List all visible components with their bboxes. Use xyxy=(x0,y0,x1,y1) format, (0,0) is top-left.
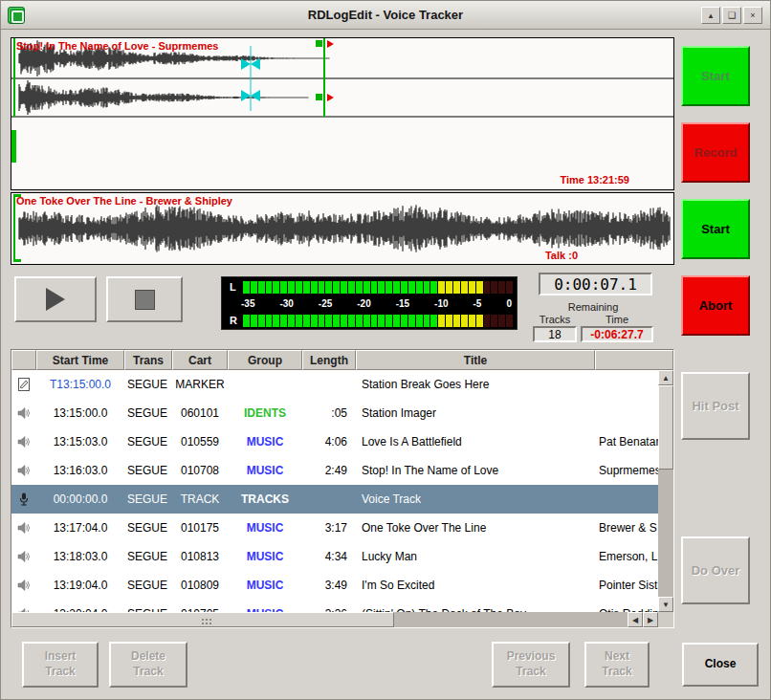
speaker-icon xyxy=(11,405,36,421)
column-header-group[interactable]: Group xyxy=(228,350,302,370)
log-row[interactable]: 13:18:03.0SEGUE010813MUSIC4:34Lucky ManE… xyxy=(11,542,658,571)
log-row[interactable]: 13:15:03.0SEGUE010559MUSIC4:06Love Is A … xyxy=(11,427,658,456)
meter-segment xyxy=(280,281,287,294)
close-button[interactable]: Close xyxy=(682,643,759,687)
meter-segment xyxy=(401,281,408,294)
cell-length: 4:34 xyxy=(302,550,356,563)
maximize-window-icon[interactable]: ❑ xyxy=(722,7,741,24)
end-marker-handle[interactable] xyxy=(316,94,322,100)
scroll-right-icon[interactable]: ▶ xyxy=(643,612,658,627)
meter-segment xyxy=(266,281,273,294)
cell-trans: SEGUE xyxy=(124,378,172,391)
log-row[interactable]: 13:15:00.0SEGUE060101IDENTS:05Station Im… xyxy=(11,399,658,427)
fade-marker-icon[interactable] xyxy=(327,40,334,48)
log-row[interactable]: 13:20:04.0SEGUE010705MUSIC3:36(Sittin' O… xyxy=(11,600,658,612)
scroll-up-icon[interactable]: ▲ xyxy=(658,370,673,385)
column-header-cart[interactable]: Cart xyxy=(172,350,228,370)
insert-track-button[interactable]: Insert Track xyxy=(22,642,99,688)
column-header-trans[interactable]: Trans xyxy=(124,350,172,370)
meter-scale-label: -10 xyxy=(434,298,448,309)
do-over-button[interactable]: Do Over xyxy=(681,536,750,604)
cell-title: Lucky Man xyxy=(356,550,595,563)
log-row[interactable]: 13:17:04.0SEGUE010175MUSIC3:17One Toke O… xyxy=(11,514,658,542)
play-button[interactable] xyxy=(14,276,97,322)
meter-segment xyxy=(430,281,437,294)
log-row[interactable]: T13:15:00.0SEGUEMARKERStation Break Goes… xyxy=(11,370,658,399)
next-track-button[interactable]: Next Track xyxy=(584,642,650,688)
meter-scale-label: -25 xyxy=(319,298,332,309)
log-row[interactable]: 13:16:03.0SEGUE010708MUSIC2:49Stop! In T… xyxy=(11,456,658,485)
scroll-down-icon[interactable]: ▼ xyxy=(658,597,673,612)
meter-left-label: L xyxy=(230,281,236,293)
shade-window-icon[interactable]: ▴ xyxy=(701,7,720,24)
log-row[interactable]: 13:19:04.0SEGUE010809MUSIC3:49I'm So Exc… xyxy=(11,571,658,600)
hit-post-button[interactable]: Hit Post xyxy=(681,372,750,440)
meter-segment xyxy=(296,281,302,294)
tracks-remaining-label: Tracks xyxy=(533,314,577,325)
column-header-title[interactable]: Title xyxy=(356,350,595,370)
cell-trans: SEGUE xyxy=(124,579,172,592)
track2-title-label: One Toke Over The Line - Brewer & Shiple… xyxy=(16,195,232,207)
meter-segment xyxy=(243,281,250,294)
meter-segment xyxy=(371,315,378,327)
abort-button[interactable]: Abort xyxy=(681,275,750,336)
cell-title: Station Break Goes Here xyxy=(356,378,595,391)
start-track1-button[interactable]: Start xyxy=(681,46,750,106)
stop-button[interactable] xyxy=(106,276,183,322)
meter-segment xyxy=(498,315,505,327)
scrollbar-corner xyxy=(658,612,673,627)
cell-trans: SEGUE xyxy=(124,464,172,477)
column-header-blank[interactable] xyxy=(595,350,673,370)
cell-artist: Brewer & S xyxy=(595,521,658,535)
horizontal-scroll-thumb[interactable] xyxy=(11,612,394,627)
elapsed-time-display: 0:00:07.1 xyxy=(539,273,652,295)
meter-segment xyxy=(438,281,445,294)
end-marker-handle[interactable] xyxy=(316,40,322,47)
meter-segment xyxy=(296,315,302,327)
delete-track-button[interactable]: Delete Track xyxy=(109,642,187,688)
meter-segment xyxy=(386,281,392,294)
cell-trans: SEGUE xyxy=(124,521,172,535)
voice-tracker-window: RDLogEdit - Voice Tracker ▴ ❑ × Stop! In… xyxy=(0,0,771,700)
titlebar[interactable]: RDLogEdit - Voice Tracker ▴ ❑ × xyxy=(1,1,770,30)
column-header-length[interactable]: Length xyxy=(302,350,356,370)
horizontal-scrollbar[interactable]: ◀ ▶ xyxy=(11,612,658,627)
meter-scale: -35-30-25-20-15-10-50 xyxy=(241,297,512,310)
cell-cart: 010708 xyxy=(172,464,228,477)
meter-segment xyxy=(288,315,295,327)
meter-segment xyxy=(311,315,318,327)
meter-right-segments xyxy=(243,315,513,327)
cell-trans: SEGUE xyxy=(124,406,172,420)
scroll-left-icon[interactable]: ◀ xyxy=(628,612,643,627)
meter-segment xyxy=(319,281,325,294)
previous-track-button[interactable]: Previous Track xyxy=(492,642,570,688)
segue-marker-right-icon[interactable] xyxy=(251,90,260,101)
record-button[interactable]: Record xyxy=(681,122,750,183)
meter-segment xyxy=(333,281,340,294)
cell-title: Station Imager xyxy=(356,406,595,420)
meter-scale-label: -30 xyxy=(279,298,293,309)
segue-marker-left-icon[interactable] xyxy=(241,90,251,101)
time-remaining-label: Time xyxy=(581,314,653,325)
cell-cart: MARKER xyxy=(172,378,228,391)
fade-marker-icon[interactable] xyxy=(327,94,334,101)
meter-segment xyxy=(484,315,491,327)
cell-start-time: 13:19:04.0 xyxy=(36,579,124,592)
log-row[interactable]: 00:00:00.0SEGUETRACKTRACKSVoice Track xyxy=(11,485,658,514)
waveform-deck-track2[interactable]: One Toke Over The Line - Brewer & Shiple… xyxy=(11,192,674,265)
close-window-icon[interactable]: × xyxy=(743,7,762,24)
cell-group: MUSIC xyxy=(228,521,302,535)
meter-segment xyxy=(251,281,257,294)
cell-cart: 060101 xyxy=(172,406,228,420)
vertical-scrollbar[interactable]: ▲ ▼ xyxy=(658,370,673,612)
cell-cart: TRACK xyxy=(172,492,228,506)
meter-segment xyxy=(348,315,355,327)
vertical-scroll-thumb[interactable] xyxy=(658,385,673,470)
cell-start-time: 13:17:04.0 xyxy=(36,521,124,535)
waveform-deck-track1[interactable]: Stop! In The Name of Love - Suprmemes Ti… xyxy=(11,37,674,190)
cell-length: 2:49 xyxy=(302,464,356,477)
start-track2-button[interactable]: Start xyxy=(681,199,750,259)
cell-group: MUSIC xyxy=(228,550,302,563)
column-header-blank[interactable] xyxy=(11,350,36,370)
column-header-start-time[interactable]: Start Time xyxy=(36,350,124,370)
